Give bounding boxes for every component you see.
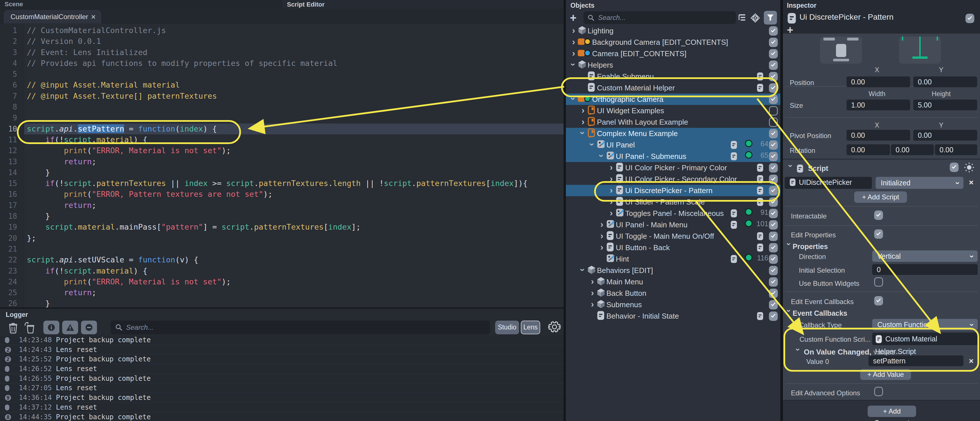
code-line-2[interactable]: 2// Version 0.0.1 — [0, 36, 563, 47]
size-width-field[interactable]: 1.00 — [846, 100, 910, 110]
object-enabled-checkbox[interactable] — [769, 129, 778, 138]
add-value-button[interactable]: + Add Value — [860, 369, 911, 380]
visibility-target-icon[interactable] — [750, 13, 761, 24]
chevron-right-icon[interactable]: › — [608, 173, 615, 184]
tree-row-back-button[interactable]: ›Back Button — [566, 288, 780, 299]
log-entry[interactable]: 214:24:43Lens reset — [0, 345, 563, 355]
code-line-21[interactable]: 21 — [0, 243, 563, 254]
logger-settings-gear-icon[interactable] — [548, 320, 561, 332]
filter-error-button[interactable] — [81, 321, 97, 334]
object-enabled-checkbox[interactable] — [769, 311, 778, 321]
code-line-17[interactable]: 17 return; — [0, 200, 563, 211]
tree-row-behavior-initial-state[interactable]: ›Behavior - Initial State — [566, 310, 780, 322]
code-line-23[interactable]: 23 if(!script.material) { — [0, 265, 563, 276]
scene-panel-tab[interactable]: Scene — [0, 0, 282, 8]
code-line-11[interactable]: 11 if(!script.material) { — [0, 134, 563, 145]
log-entry[interactable]: 14:23:48Project backup complete — [0, 335, 563, 345]
tree-row-toggles-panel-miscelaneous[interactable]: ›Toggles Panel - Miscelaneous91 — [566, 208, 780, 219]
position-x-field[interactable]: 0.00 — [846, 76, 910, 87]
tree-row-behaviors-edit[interactable]: ›Behaviors [EDIT] — [566, 265, 780, 276]
chevron-right-icon[interactable]: › — [598, 242, 606, 252]
tree-row-enable-submenu[interactable]: ›Enable Submenu — [566, 71, 780, 82]
object-enabled-checkbox[interactable] — [769, 220, 778, 230]
edit-advanced-options-checkbox[interactable] — [874, 387, 883, 396]
initial-selection-field[interactable]: 0 — [872, 264, 978, 275]
code-line-10[interactable]: 10script.api.setPattern = function(index… — [0, 124, 563, 134]
tree-row-complex-menu-example[interactable]: ›Complex Menu Example — [566, 128, 780, 139]
tree-row-ui-widget-examples[interactable]: ›UI Widget Examples — [566, 105, 780, 116]
object-enabled-checkbox[interactable] — [769, 277, 778, 287]
filter-button[interactable] — [764, 11, 777, 24]
chevron-right-icon[interactable]: › — [608, 162, 615, 172]
filter-info-button[interactable] — [43, 321, 59, 334]
tree-row-ui-color-picker-secondary-color[interactable]: ›UI Color Picker - Secondary Color — [566, 173, 780, 185]
object-enabled-checkbox[interactable] — [769, 254, 778, 264]
tree-row-helpers[interactable]: ›Helpers — [566, 59, 780, 71]
tree-row-camera-edit-contents[interactable]: ›Camera [EDIT_CONTENTS] — [566, 48, 780, 59]
code-line-7[interactable]: 7// @input Asset.Texture[] patternTextur… — [0, 91, 563, 102]
chevron-right-icon[interactable]: › — [589, 276, 596, 286]
file-tab[interactable]: CustomMaterialController × — [4, 10, 101, 24]
chevron-down-icon[interactable]: › — [568, 95, 579, 102]
chevron-right-icon[interactable]: › — [579, 116, 587, 127]
pivot-x-field[interactable]: 0.00 — [846, 130, 910, 141]
code-line-6[interactable]: 6// @input Asset.Material material — [0, 79, 563, 91]
chevron-down-icon[interactable]: › — [568, 61, 579, 68]
script-settings-gear-icon[interactable] — [963, 161, 975, 175]
code-line-12[interactable]: 12 print("ERROR, Material is not set"); — [0, 145, 563, 156]
objects-search-input[interactable]: Search... — [584, 11, 736, 24]
edit-event-callbacks-checkbox[interactable] — [874, 296, 883, 305]
tree-row-main-menu[interactable]: ›Main Menu — [566, 276, 780, 288]
code-line-1[interactable]: 1// CustomMaterialController.js — [0, 25, 563, 36]
chevron-right-icon[interactable]: › — [608, 185, 615, 195]
code-line-18[interactable]: 18 } — [0, 211, 563, 222]
custom-function-script-field[interactable]: Custom Material Helper.Script — [872, 332, 978, 345]
remove-value-button[interactable]: × — [969, 357, 974, 366]
chevron-right-icon[interactable]: › — [570, 25, 577, 35]
object-enabled-checkbox[interactable] — [769, 72, 778, 81]
callback-type-dropdown[interactable]: Custom Function› — [872, 319, 978, 330]
object-enabled-checkbox[interactable] — [769, 60, 778, 70]
object-enabled-checkbox[interactable] — [769, 152, 778, 161]
tree-row-ui-panel-main-menu[interactable]: ›UI Panel - Main Menu101 — [566, 219, 780, 230]
object-enabled-checkbox[interactable] — [769, 106, 778, 116]
code-line-13[interactable]: 13 return; — [0, 156, 563, 167]
code-line-20[interactable]: 20}; — [0, 233, 563, 243]
log-entry[interactable]: 914:36:14Project backup complete — [0, 393, 563, 403]
script-section-header[interactable]: › Script — [787, 164, 828, 173]
tree-row-ui-discretepicker-pattern[interactable]: ›Ui DiscretePicker - Pattern — [566, 185, 780, 196]
add-script-button[interactable]: + Add Script — [854, 191, 907, 203]
add-object-button[interactable]: + — [570, 11, 576, 24]
chevron-right-icon[interactable]: › — [589, 299, 596, 309]
chevron-right-icon[interactable]: › — [608, 208, 615, 218]
chevron-down-icon[interactable]: › — [587, 141, 598, 148]
object-enabled-checkbox[interactable] — [769, 232, 778, 241]
object-enabled-checkbox[interactable] — [769, 95, 778, 104]
direction-dropdown[interactable]: Vertical› — [872, 250, 978, 262]
object-enabled-checkbox[interactable] — [769, 175, 778, 184]
code-line-24[interactable]: 24 print("ERROR, Material is not set"); — [0, 276, 563, 287]
object-enabled-checkbox[interactable] — [769, 140, 778, 150]
code-line-16[interactable]: 16 print("ERROR, Pattern textures are no… — [0, 189, 563, 200]
log-entry[interactable]: 814:44:35Project backup complete — [0, 412, 563, 421]
object-enabled-checkbox[interactable] — [769, 209, 778, 218]
chevron-right-icon[interactable]: › — [598, 219, 606, 229]
log-entry[interactable]: 14:37:12Lens reset — [0, 403, 563, 412]
tree-row-hint[interactable]: ›Hint116 — [566, 253, 780, 265]
script-enabled-checkbox[interactable] — [950, 163, 959, 172]
chevron-right-icon[interactable]: › — [570, 48, 577, 58]
code-line-22[interactable]: 22script.api.setUVScale = function(v) { — [0, 254, 563, 265]
object-enabled-checkbox[interactable] — [769, 163, 778, 173]
clear-log-icon[interactable] — [7, 321, 20, 334]
chevron-right-icon[interactable]: › — [579, 105, 587, 115]
filter-warning-button[interactable] — [62, 321, 78, 334]
code-line-9[interactable]: 9 — [0, 113, 563, 123]
pivot-y-field[interactable]: 0.00 — [913, 130, 977, 141]
object-enabled-checkbox[interactable] — [769, 38, 778, 47]
tree-row-custom-material-helper[interactable]: ›Custom Material Helper — [566, 82, 780, 94]
code-line-5[interactable]: 5 — [0, 69, 563, 79]
code-line-4[interactable]: 4// Provides api functions to modify pro… — [0, 58, 563, 69]
add-component-button[interactable]: + Add Component — [868, 405, 916, 417]
position-y-field[interactable]: 0.00 — [913, 76, 977, 87]
object-enabled-checkbox[interactable] — [966, 14, 974, 23]
